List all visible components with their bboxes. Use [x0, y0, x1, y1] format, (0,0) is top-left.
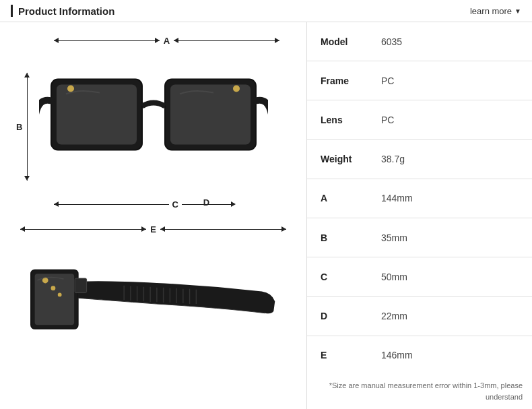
svg-rect-7 — [34, 274, 73, 325]
cd-dimension-arrows: C D — [54, 197, 279, 211]
a-label: A — [160, 36, 174, 46]
a-arrow-line — [54, 40, 160, 41]
c-label: C — [169, 199, 182, 210]
svg-rect-11 — [75, 278, 87, 292]
table-row: Model 6035 — [307, 22, 532, 61]
table-row: Frame PC — [307, 61, 532, 100]
front-view: A B — [20, 36, 286, 218]
learn-more-label: learn more — [470, 6, 512, 16]
table-row: A 144mm — [307, 179, 532, 218]
a-dimension-arrow: A — [54, 36, 279, 46]
e-label: E — [146, 224, 160, 234]
spec-label: Lens — [307, 100, 374, 139]
main-content: A B — [0, 22, 532, 409]
e-arrow-right — [160, 229, 286, 230]
glasses-side-svg — [26, 251, 281, 362]
table-row: E 146mm — [307, 336, 532, 375]
spec-value: 146mm — [374, 336, 532, 375]
glasses-side-container — [20, 239, 286, 373]
header: Product Information learn more ▼ — [0, 0, 532, 22]
svg-point-9 — [51, 286, 55, 290]
spec-value: 35mm — [374, 218, 532, 257]
table-row: Lens PC — [307, 100, 532, 139]
e-arrow-left — [20, 229, 146, 230]
svg-point-4 — [67, 86, 74, 92]
learn-more-button[interactable]: learn more ▼ — [470, 6, 521, 16]
e-dimension-arrow: E — [20, 224, 286, 234]
learn-more-arrow-icon: ▼ — [514, 7, 521, 15]
a-arrow-line-right — [174, 40, 279, 41]
table-row: D 22mm — [307, 296, 532, 336]
table-row: B 35mm — [307, 218, 532, 257]
side-view: E — [20, 224, 286, 373]
spec-label: D — [307, 296, 374, 336]
spec-value: PC — [374, 100, 532, 139]
spec-label: C — [307, 257, 374, 296]
table-row: Weight 38.7g — [307, 139, 532, 179]
spec-label: A — [307, 179, 374, 218]
svg-point-10 — [57, 292, 61, 296]
d-label: D — [203, 197, 209, 208]
spec-value: 38.7g — [374, 139, 532, 179]
glasses-front-container — [20, 48, 286, 191]
svg-point-5 — [233, 86, 240, 92]
spec-label: E — [307, 336, 374, 375]
spec-value: PC — [374, 61, 532, 100]
specs-panel: Model 6035 Frame PC Lens PC Weight 38.7g… — [306, 22, 532, 409]
spec-label: B — [307, 218, 374, 257]
header-title-wrapper: Product Information — [11, 5, 114, 17]
header-bar-decoration — [11, 5, 13, 17]
spec-value: 6035 — [374, 22, 532, 61]
spec-label: Model — [307, 22, 374, 61]
spec-value: 22mm — [374, 296, 532, 336]
table-row: C 50mm — [307, 257, 532, 296]
diagram-panel: A B — [0, 22, 306, 409]
spec-label: Weight — [307, 139, 374, 179]
page-title: Product Information — [18, 5, 114, 17]
spec-value: 50mm — [374, 257, 532, 296]
glasses-front-svg — [39, 59, 268, 180]
spec-label: Frame — [307, 61, 374, 100]
spec-note: *Size are manual measurement error withi… — [307, 375, 532, 409]
specs-table: Model 6035 Frame PC Lens PC Weight 38.7g… — [307, 22, 532, 375]
spec-value: 144mm — [374, 179, 532, 218]
